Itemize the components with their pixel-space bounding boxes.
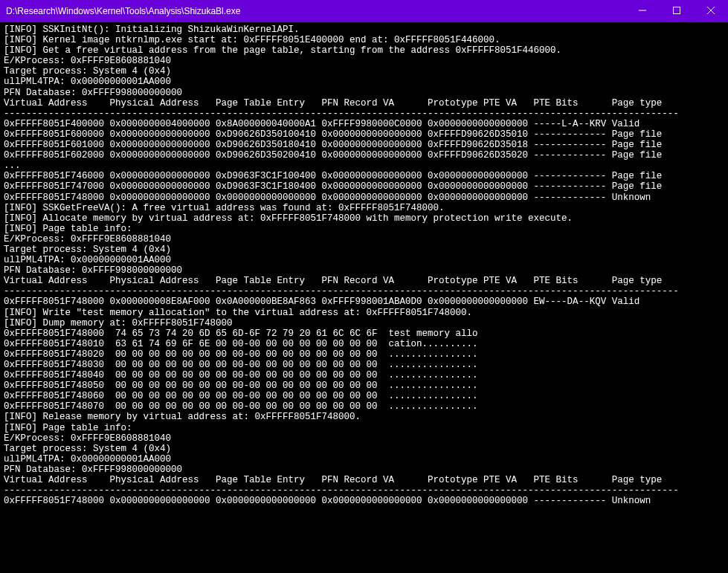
terminal-line: E/KProcess: 0xFFFF9E8608881040 xyxy=(4,56,724,66)
terminal-line: [INFO] Get a free virtual address from t… xyxy=(4,45,724,56)
terminal-line: ullPML4TPA: 0x00000000001AA000 xyxy=(4,454,724,464)
terminal-line: E/KProcess: 0xFFFF9E8608881040 xyxy=(4,234,724,245)
terminal-line: [INFO] Write "test memory allocation" to… xyxy=(4,308,724,318)
terminal-line: [INFO] Page table info: xyxy=(4,224,724,234)
terminal-line: PFN Database: 0xFFFF998000000000 xyxy=(4,88,724,98)
svg-rect-1 xyxy=(674,7,680,14)
terminal-line: [INFO] SSKInitNt(): Initializing Shizuka… xyxy=(4,25,724,35)
maximize-button[interactable] xyxy=(660,0,694,22)
close-button[interactable] xyxy=(694,0,728,22)
terminal-line: 0xFFFFF8051F748020 00 00 00 00 00 00 00 … xyxy=(4,349,724,360)
window-controls xyxy=(625,0,728,22)
terminal-line: [INFO] SSKGetFreeVA(): A free virtual ad… xyxy=(4,203,724,213)
titlebar[interactable]: D:\Research\Windows\Kernel\Tools\Analysi… xyxy=(0,0,728,22)
terminal-line: ----------------------------------------… xyxy=(4,109,724,119)
terminal-line: 0xFFFFF8051F748010 63 61 74 69 6F 6E 00 … xyxy=(4,339,724,349)
terminal-line: [INFO] Dump memory at: 0xFFFFF8051F74800… xyxy=(4,318,724,328)
close-icon xyxy=(707,6,715,16)
terminal-line: 0xFFFFF8051F748000 74 65 73 74 20 6D 65 … xyxy=(4,328,724,339)
terminal-line: ... xyxy=(4,161,724,171)
terminal-line: [INFO] Page table info: xyxy=(4,423,724,433)
minimize-icon xyxy=(639,6,646,16)
terminal-line: 0xFFFFF8051F400000 0x0000000004000000 0x… xyxy=(4,119,724,129)
terminal-line: 0xFFFFF8051F601000 0x0000000000000000 0x… xyxy=(4,140,724,150)
terminal-line: PFN Database: 0xFFFF998000000000 xyxy=(4,464,724,475)
minimize-button[interactable] xyxy=(625,0,660,22)
terminal-line: ----------------------------------------… xyxy=(4,286,724,297)
terminal-line: Virtual Address Physical Address Page Ta… xyxy=(4,475,724,485)
terminal-line: E/KProcess: 0xFFFF9E8608881040 xyxy=(4,433,724,444)
terminal-line: 0xFFFFF8051F746000 0x0000000000000000 0x… xyxy=(4,171,724,181)
terminal-line: ullPML4TPA: 0x00000000001AA000 xyxy=(4,77,724,87)
maximize-icon xyxy=(673,6,680,16)
terminal-line: 0xFFFFF8051F748030 00 00 00 00 00 00 00 … xyxy=(4,360,724,370)
terminal-line: 0xFFFFF8051F602000 0x0000000000000000 0x… xyxy=(4,150,724,161)
terminal-line: 0xFFFFF8051F748060 00 00 00 00 00 00 00 … xyxy=(4,391,724,401)
terminal-line: Virtual Address Physical Address Page Ta… xyxy=(4,276,724,286)
terminal-line: Target process: System 4 (0x4) xyxy=(4,66,724,77)
terminal-line: 0xFFFFF8051F747000 0x0000000000000000 0x… xyxy=(4,181,724,192)
terminal-line: [INFO] Kernel image ntkrnlmp.exe start a… xyxy=(4,35,724,45)
terminal-line: [INFO] Allocate memory by virtual addres… xyxy=(4,213,724,224)
terminal-line: 0xFFFFF8051F748000 0x0000000000000000 0x… xyxy=(4,192,724,203)
terminal-line: Virtual Address Physical Address Page Ta… xyxy=(4,98,724,109)
terminal-line: ----------------------------------------… xyxy=(4,485,724,496)
terminal-line: 0xFFFFF8051F748000 0x0000000000000000 0x… xyxy=(4,496,724,506)
terminal-line: 0xFFFFF8051F748000 0x000000008E8AF000 0x… xyxy=(4,297,724,307)
terminal-line: PFN Database: 0xFFFF998000000000 xyxy=(4,265,724,276)
terminal-line: 0xFFFFF8051F600000 0x0000000000000000 0x… xyxy=(4,129,724,140)
window-title: D:\Research\Windows\Kernel\Tools\Analysi… xyxy=(6,6,625,16)
terminal-output[interactable]: [INFO] SSKInitNt(): Initializing Shizuka… xyxy=(0,22,728,508)
terminal-line: 0xFFFFF8051F748050 00 00 00 00 00 00 00 … xyxy=(4,381,724,391)
terminal-line: 0xFFFFF8051F748040 00 00 00 00 00 00 00 … xyxy=(4,370,724,381)
terminal-line: Target process: System 4 (0x4) xyxy=(4,444,724,454)
terminal-line: ullPML4TPA: 0x00000000001AA000 xyxy=(4,255,724,265)
terminal-line: Target process: System 4 (0x4) xyxy=(4,245,724,255)
terminal-line: 0xFFFFF8051F748070 00 00 00 00 00 00 00 … xyxy=(4,401,724,412)
terminal-line: [INFO] Release memory by virtual address… xyxy=(4,412,724,422)
